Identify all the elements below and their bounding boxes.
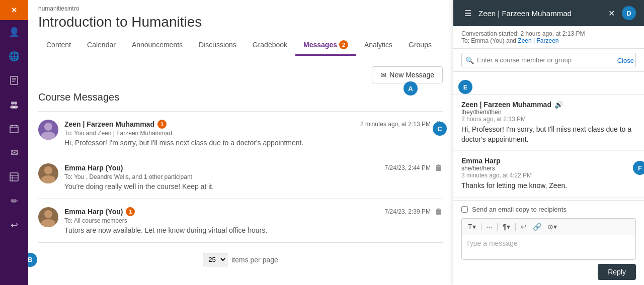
- items-per-page-select[interactable]: 2550: [203, 253, 227, 266]
- new-message-button[interactable]: ✉ New Message: [372, 66, 443, 83]
- message-time: 7/24/23, 2:44 PM 🗑: [385, 163, 443, 172]
- tab-messages[interactable]: Messages 2: [295, 35, 356, 56]
- navigation-tabs: Content Calendar Announcements Discussio…: [38, 35, 443, 56]
- sidebar-inbox-icon[interactable]: ✉: [4, 143, 24, 163]
- message-content: Zeen | Farzeen Muhammad 1 2 minutes ago,…: [64, 120, 443, 147]
- sidebar: ✕ 👤 🌐 ✉ ✏: [0, 0, 28, 285]
- page-header: humanitiesintro Introduction to Humaniti…: [28, 0, 453, 56]
- annotation-a: A: [404, 81, 418, 96]
- panel-close-button[interactable]: ✕: [605, 8, 618, 19]
- sidebar-gradebook-icon[interactable]: [4, 167, 24, 187]
- e-annotation-wrapper: E: [453, 72, 644, 94]
- panel-search-area: 🔍 Close: [453, 49, 644, 72]
- message-to: To: You and Zeen | Farzeen Muhammad: [64, 130, 443, 137]
- email-copy-checkbox[interactable]: [461, 206, 468, 213]
- annotation-f: F: [633, 161, 644, 175]
- more-options-button[interactable]: ···: [485, 222, 495, 232]
- panel-header-right: ✕ D: [605, 6, 636, 20]
- sidebar-user-icon[interactable]: 👤: [4, 22, 24, 42]
- pagination-label: items per page: [231, 256, 278, 264]
- avatar: [38, 120, 58, 140]
- panel-msg-header: Zeen | Farzeen Muhammad 🔊 they/them/thei…: [461, 101, 636, 123]
- panel-message-item: Zeen | Farzeen Muhammad 🔊 they/them/thei…: [453, 94, 644, 151]
- text-format-button[interactable]: T▾: [466, 222, 478, 232]
- panel-msg-pronouns: they/them/their: [461, 109, 636, 116]
- paragraph-button[interactable]: ¶▾: [501, 222, 512, 232]
- message-time: 7/24/23, 2:39 PM 🗑: [385, 207, 443, 216]
- message-content: Emma Harp (You) 1 7/24/23, 2:39 PM 🗑 To:…: [64, 207, 443, 234]
- sidebar-calendar-icon[interactable]: [4, 119, 24, 139]
- message-content: Emma Harp (You) 7/24/23, 2:44 PM 🗑 To: Y…: [64, 163, 443, 191]
- sidebar-back-icon[interactable]: ↩: [4, 215, 24, 235]
- table-row[interactable]: Zeen | Farzeen Muhammad 1 2 minutes ago,…: [38, 112, 443, 155]
- undo-button[interactable]: ↩: [519, 222, 529, 232]
- pagination: B 2550 items per page: [38, 253, 443, 266]
- section-title: Course Messages: [38, 91, 443, 103]
- messages-badge: 2: [339, 40, 348, 49]
- tab-discussions[interactable]: Discussions: [191, 35, 245, 56]
- svg-point-20: [44, 210, 52, 218]
- tab-gradebook[interactable]: Gradebook: [245, 35, 295, 56]
- annotation-e: E: [458, 80, 472, 94]
- svg-rect-0: [11, 76, 18, 84]
- delete-icon[interactable]: 🗑: [435, 163, 443, 172]
- svg-point-16: [44, 123, 52, 131]
- svg-point-7: [13, 106, 18, 109]
- search-icon: 🔍: [465, 56, 474, 64]
- sidebar-edit-icon[interactable]: ✏: [4, 191, 24, 211]
- message-sender: Emma Harp (You) 1: [64, 207, 135, 216]
- avatar: [38, 207, 58, 227]
- tab-calendar[interactable]: Calendar: [79, 35, 124, 56]
- sidebar-globe-icon[interactable]: 🌐: [4, 46, 24, 66]
- message-preview: Tutors are now available. Let me know du…: [64, 226, 443, 234]
- message-sender: Zeen | Farzeen Muhammad 1: [64, 120, 167, 129]
- panel-to-link[interactable]: Zeen | Farzeen: [518, 37, 558, 44]
- svg-point-17: [41, 132, 55, 140]
- reply-button[interactable]: Reply: [598, 264, 636, 280]
- table-row[interactable]: Emma Harp (You) 1 7/24/23, 2:39 PM 🗑 To:…: [38, 199, 443, 243]
- panel-messages: Zeen | Farzeen Muhammad 🔊 they/them/thei…: [453, 94, 644, 200]
- search-input[interactable]: [461, 53, 636, 67]
- panel-title: Zeen | Farzeen Muhammad: [478, 9, 572, 18]
- panel-msg-sender: Emma Harp: [461, 157, 636, 165]
- panel-message-item: Emma Harp she/her/hers 3 minutes ago, at…: [453, 151, 644, 198]
- sidebar-groups-icon[interactable]: [4, 94, 24, 115]
- insert-button[interactable]: ⊕▾: [545, 222, 559, 232]
- panel-msg-time: 2 hours ago, at 2:13 PM: [461, 116, 636, 123]
- tab-content[interactable]: Content: [38, 35, 79, 56]
- new-message-label: New Message: [389, 71, 434, 79]
- messages-content: ✉ New Message A Course Messages: [28, 56, 453, 285]
- panel-menu-button[interactable]: ☰: [461, 8, 474, 19]
- close-link[interactable]: Close: [617, 56, 634, 64]
- toolbar-sep: [481, 223, 481, 231]
- editor-toolbar: T▾ ··· ¶▾ ↩ 🔗 ⊕▾: [461, 218, 636, 235]
- panel-msg-text: Thanks for letting me know, Zeen.: [461, 181, 636, 191]
- sidebar-close-button[interactable]: ✕: [0, 0, 28, 20]
- sidebar-pages-icon[interactable]: [4, 70, 24, 90]
- tab-announcements[interactable]: Announcements: [124, 35, 191, 56]
- toolbar-sep: [497, 223, 498, 231]
- breadcrumb: humanitiesintro: [38, 5, 443, 12]
- message-preview: Hi, Professor! I'm sorry, but I'll miss …: [64, 139, 443, 147]
- svg-point-5: [14, 102, 17, 105]
- svg-rect-8: [10, 126, 18, 133]
- page-title: Introduction to Humanities: [38, 14, 443, 30]
- main-content: humanitiesintro Introduction to Humaniti…: [28, 0, 453, 285]
- message-input[interactable]: Type a message: [461, 235, 636, 260]
- tab-groups[interactable]: Groups: [400, 35, 440, 56]
- message-header: Emma Harp (You) 7/24/23, 2:44 PM 🗑: [64, 163, 443, 172]
- svg-point-4: [11, 102, 14, 105]
- message-header: Emma Harp (You) 1 7/24/23, 2:39 PM 🗑: [64, 207, 443, 216]
- panel-msg-time: 3 minutes ago, at 4:22 PM: [461, 172, 636, 179]
- tab-analytics[interactable]: Analytics: [356, 35, 400, 56]
- svg-rect-12: [10, 173, 18, 181]
- svg-point-19: [41, 175, 55, 183]
- annotation-c: C: [433, 122, 447, 136]
- message-header: Zeen | Farzeen Muhammad 1 2 minutes ago,…: [64, 120, 443, 129]
- email-copy-label: Send an email copy to recipients: [472, 206, 567, 213]
- link-button[interactable]: 🔗: [531, 222, 543, 232]
- table-row[interactable]: Emma Harp (You) 7/24/23, 2:44 PM 🗑 To: Y…: [38, 155, 443, 199]
- message-sender: Emma Harp (You): [64, 164, 123, 172]
- message-preview: You're doing really well in the course! …: [64, 182, 443, 191]
- delete-icon[interactable]: 🗑: [435, 207, 443, 216]
